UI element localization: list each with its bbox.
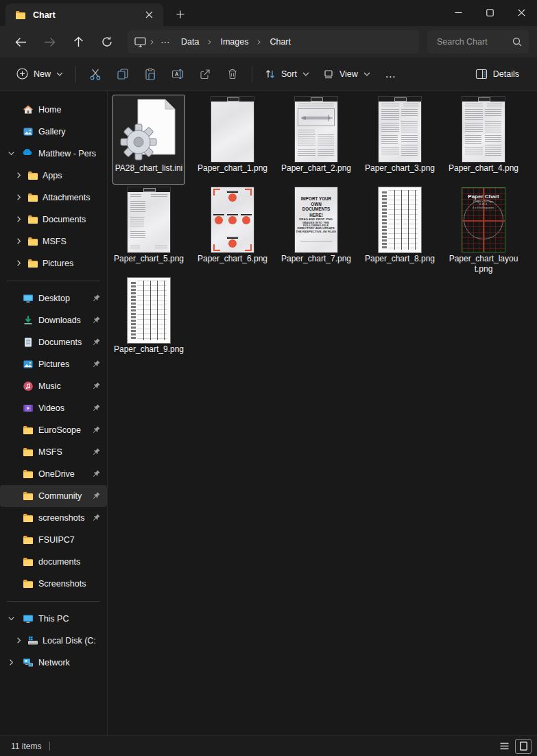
up-icon[interactable] [64,29,92,54]
layout-sub-text: 728px x 1024px0.71:14 x 6 full squares [463,200,504,209]
chevron-right-icon[interactable] [14,170,25,181]
details-button-label: Details [493,69,519,79]
sidebar-item-local-disk-c[interactable]: Local Disk (C:) [0,630,107,652]
file-tile-paper-chart-7-png[interactable]: IMPORT YOUR OWNDOCUMENTS HERE! DRAG AND … [280,185,353,275]
sidebar-item-gallery[interactable]: Gallery [0,121,107,143]
sidebar-item-euroscope[interactable]: EuroScope [0,419,107,441]
file-tile-paper-chart-layout-png[interactable]: Paper Chart 728px x 1024px0.71:14 x 6 fu… [447,185,520,275]
sidebar-item-desktop[interactable]: Desktop [0,287,107,309]
sidebar-item-this-pc[interactable]: This PC [0,608,107,630]
explorer-tab[interactable]: Chart [5,3,163,26]
delete-icon[interactable] [219,62,246,86]
chevron-right-icon[interactable] [6,657,17,668]
sidebar-item-matthew-personal[interactable]: Matthew - Personal [0,143,107,165]
close-button[interactable] [505,0,537,25]
sidebar-item-documents[interactable]: Documents [0,331,107,353]
sidebar-item-videos[interactable]: Videos [0,397,107,419]
cut-icon[interactable] [82,62,109,86]
new-tab-button[interactable] [170,5,191,24]
breadcrumb-segment-images[interactable]: Images [214,34,254,49]
sidebar-item-msfs[interactable]: MSFS [0,231,107,252]
file-tile-paper-chart-4-png[interactable]: Paper_chart_4.png [447,95,520,185]
chevron-right-icon[interactable] [14,192,25,203]
maximize-button[interactable] [474,0,505,25]
file-tile-paper-chart-2-png[interactable]: Paper_chart_2.png [280,95,353,185]
sidebar-item-pictures[interactable]: Pictures [0,353,107,375]
search-icon[interactable] [512,37,522,47]
thumb-text-lines [298,134,315,147]
thumbnail-view-icon[interactable] [515,739,532,754]
sidebar-item-msfs[interactable]: MSFS [0,441,107,463]
sidebar-item-label: Home [38,105,96,115]
sidebar-item-documents[interactable]: Documents [0,209,107,231]
sidebar-item-screenshots[interactable]: screenshots [0,507,107,529]
thumb-text-lines [130,231,145,239]
breadcrumb-segment-data[interactable]: Data [175,34,205,49]
sidebar-item-onedrive[interactable]: OneDrive [0,463,107,485]
sidebar-item-fsuipc7[interactable]: FSUIPC7 [0,529,107,551]
search-input[interactable] [437,37,512,47]
chevron-down-icon[interactable] [6,613,17,624]
chevron-down-icon[interactable] [6,148,17,159]
sidebar-item-documents[interactable]: documents [0,551,107,573]
file-tile-paper-chart-6-png[interactable]: Paper_chart_6.png [196,185,269,275]
sidebar-item-label: Local Disk (C:) [43,636,96,646]
breadcrumb-overflow[interactable]: ⋯ [156,36,175,47]
sort-button[interactable]: Sort [258,62,316,86]
file-tile-paper-chart-9-png[interactable]: Paper_chart_9.png [112,276,185,366]
chevron-right-icon[interactable] [14,258,25,269]
file-tile-paper-chart-1-png[interactable]: Paper_chart_1.png [196,95,269,185]
sidebar-item-pictures[interactable]: Pictures [0,252,107,274]
sidebar-item-label: Videos [38,403,96,413]
sidebar-item-music[interactable]: Music [0,375,107,397]
forward-icon[interactable] [36,29,63,54]
this-pc-icon[interactable] [134,37,146,47]
folder-icon [15,10,26,21]
minimize-button[interactable] [442,0,474,25]
chevron-down-icon [363,72,370,76]
details-pane-icon [475,69,488,80]
network-icon [23,657,34,668]
file-name-label: Paper_chart_9.png [113,344,184,355]
file-tile-paper-chart-8-png[interactable]: Paper_chart_8.png [363,185,436,275]
file-tile-pa28-chart-list-ini[interactable]: PA28_chart_list.ini [112,95,185,185]
back-icon[interactable] [7,29,34,54]
sidebar-divider [7,281,100,281]
command-bar: New Sort View … [0,58,537,91]
sidebar-item-downloads[interactable]: Downloads [0,309,107,331]
new-button[interactable]: New [10,62,70,86]
rename-icon[interactable] [164,62,191,86]
sidebar-item-network[interactable]: Network [0,652,107,674]
sidebar-item-screenshots[interactable]: Screenshots [0,573,107,595]
new-button-label: New [34,69,51,79]
breadcrumb-segment-chart[interactable]: Chart [263,34,297,49]
search-box[interactable] [427,30,529,54]
tab-close-icon[interactable] [140,7,158,23]
share-icon[interactable] [191,62,219,86]
file-thumbnail [379,187,421,252]
file-tile-paper-chart-3-png[interactable]: Paper_chart_3.png [363,95,436,185]
chevron-right-icon[interactable] [14,214,25,225]
file-tile-paper-chart-5-png[interactable]: Paper_chart_5.png [112,185,185,275]
view-button[interactable]: View [316,62,377,86]
file-name-label: Paper_chart_7.png [281,254,352,264]
copy-icon[interactable] [109,62,136,86]
sidebar-item-community[interactable]: Community [0,485,107,507]
details-view-icon[interactable] [496,739,512,754]
breadcrumb[interactable]: ⋯DataImagesChart [128,30,419,54]
more-options-icon[interactable]: … [377,62,405,86]
sidebar-item-apps[interactable]: Apps [0,165,107,187]
titlebar: Chart [0,0,537,26]
folder-icon [23,491,34,501]
sidebar-item-attachments[interactable]: Attachments [0,187,107,209]
sidebar-item-label: Matthew - Personal [38,149,96,158]
file-name-label: Paper_chart_layout.png [448,254,519,274]
sidebar-item-label: Music [38,381,96,391]
pin-icon [92,469,102,479]
refresh-icon[interactable] [93,29,121,54]
sidebar-item-home[interactable]: Home [0,99,107,121]
details-button[interactable]: Details [468,62,526,86]
chevron-right-icon[interactable] [14,635,25,646]
chevron-right-icon[interactable] [14,236,25,247]
paste-icon[interactable] [136,62,164,86]
